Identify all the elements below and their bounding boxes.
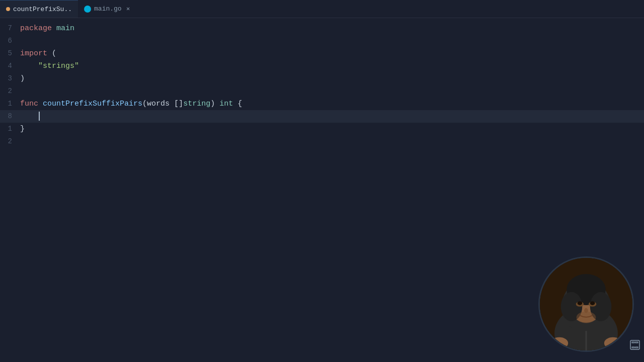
line-number: 4 [0, 60, 20, 72]
line-content: ) [20, 72, 25, 85]
line-number: 5 [0, 47, 20, 60]
capture-icon-svg [630, 340, 640, 350]
svg-point-10 [578, 301, 583, 305]
tab-label: countPrefixSu.. [13, 6, 72, 13]
code-line-7: 7 package main [0, 22, 644, 35]
code-line-4: 4 "strings" [0, 60, 644, 72]
line-number: 1 [0, 98, 20, 110]
svg-point-13 [577, 312, 596, 323]
line-content: } [20, 123, 25, 135]
code-line-2b: 2 [0, 135, 644, 148]
code-line-2a: 2 [0, 85, 644, 98]
unsaved-dot-icon [6, 7, 10, 11]
svg-rect-22 [635, 347, 638, 348]
svg-point-16 [550, 337, 568, 349]
line-number: 3 [0, 72, 20, 85]
code-line-3: 3 ) [0, 72, 644, 85]
tab-close-button[interactable]: ✕ [125, 6, 132, 13]
svg-rect-20 [635, 342, 638, 343]
code-container: 7 package main 6 5 import ( 4 "strings" … [0, 22, 644, 148]
code-editor[interactable]: 7 package main 6 5 import ( 4 "strings" … [0, 18, 644, 362]
line-number: 1 [0, 123, 20, 135]
code-line-6: 6 [0, 35, 644, 47]
text-cursor [39, 112, 40, 121]
line-number: 8 [0, 110, 20, 123]
webcam-overlay [538, 256, 634, 352]
line-content: import ( [20, 47, 56, 60]
line-number: 6 [0, 35, 20, 47]
webcam-video [540, 258, 632, 350]
line-content: func countPrefixSuffixPairs(words []stri… [20, 98, 242, 110]
screen-capture-icon[interactable] [630, 340, 640, 350]
svg-point-17 [604, 337, 622, 349]
svg-rect-21 [632, 347, 634, 348]
code-line-cursor: 8 [0, 110, 644, 123]
line-number: 2 [0, 135, 20, 148]
tab-countPrefixSu[interactable]: countPrefixSu.. [0, 0, 78, 18]
line-number: 2 [0, 85, 20, 98]
line-content: package main [20, 22, 74, 35]
tab-bar: countPrefixSu.. main.go ✕ [0, 0, 644, 18]
person-silhouette [540, 258, 632, 350]
code-line-5: 5 import ( [0, 47, 644, 60]
go-file-icon [84, 6, 91, 13]
svg-rect-19 [632, 342, 634, 343]
code-line-close: 1 } [0, 123, 644, 135]
tab-label: main.go [94, 5, 122, 13]
code-line-func: 1 func countPrefixSuffixPairs(words []st… [0, 98, 644, 110]
line-number: 7 [0, 22, 20, 35]
line-content: "strings" [20, 60, 79, 72]
tab-main-go[interactable]: main.go ✕ [78, 0, 138, 18]
line-content [20, 110, 40, 123]
svg-point-11 [590, 301, 595, 305]
